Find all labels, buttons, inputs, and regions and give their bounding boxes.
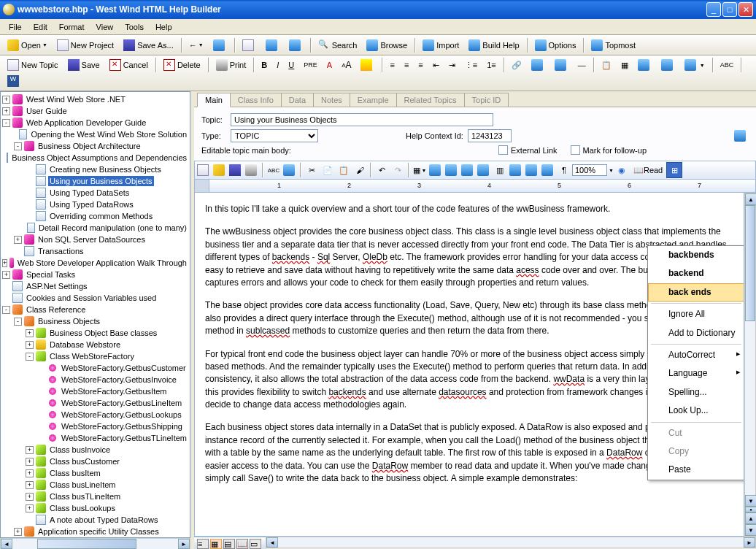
etb-more[interactable]: ⊞: [666, 162, 682, 178]
tree-label[interactable]: Class WebStoreFactory: [48, 351, 136, 361]
tree-label[interactable]: ASP.Net Settings: [25, 281, 89, 291]
tree-node[interactable]: -Business Objects: [2, 315, 188, 327]
tree-node[interactable]: +Database Webstore: [2, 339, 188, 350]
expand-toggle[interactable]: -: [26, 353, 34, 361]
tree-node[interactable]: +Class busItem: [2, 467, 188, 479]
autocorrect-menu[interactable]: AutoCorrect: [648, 346, 744, 364]
tree-node[interactable]: +Special Tasks: [2, 269, 188, 280]
etb-research[interactable]: [282, 162, 298, 178]
tree-node[interactable]: -Class Reference: [2, 304, 188, 315]
tab-main[interactable]: Main: [197, 93, 231, 107]
print-button[interactable]: Print: [212, 57, 251, 73]
tab-topic-id[interactable]: Topic ID: [464, 93, 509, 107]
etb-redo[interactable]: ↷: [390, 162, 406, 178]
cut[interactable]: Cut: [648, 424, 744, 442]
tree-label[interactable]: Non SQL Server DataSources: [36, 234, 147, 245]
browse-button[interactable]: Browse: [362, 37, 412, 53]
tree-label[interactable]: Cookies and Session Variables used: [25, 293, 158, 303]
tree-node[interactable]: +Class busInvoice: [2, 444, 188, 456]
misc3-button[interactable]: ▼: [680, 57, 709, 73]
menu-help[interactable]: Help: [150, 21, 178, 33]
word-button[interactable]: W: [3, 73, 26, 89]
expand-toggle[interactable]: +: [26, 469, 34, 477]
tree-label[interactable]: Using Typed DataSets: [48, 188, 131, 198]
tree-node[interactable]: +Class busCustomer: [2, 456, 188, 467]
tree-node[interactable]: -Web Application Developer Guide: [2, 117, 188, 128]
tree-label[interactable]: WebStoreFactory.GetbusInvoice: [60, 375, 178, 385]
indent-button[interactable]: ⇥: [444, 58, 460, 72]
misc2-button[interactable]: [657, 57, 679, 73]
view-outline[interactable]: 📖: [236, 539, 248, 549]
tree-node[interactable]: +Business Object Base classes: [2, 327, 188, 339]
etb-print[interactable]: [244, 162, 260, 178]
etb-cut[interactable]: ✂: [304, 162, 320, 178]
tree-label[interactable]: Overriding common Methods: [48, 211, 154, 221]
tree-node[interactable]: +User Guide: [2, 105, 188, 117]
expand-toggle[interactable]: +: [26, 458, 34, 466]
save-button[interactable]: Save: [63, 57, 104, 73]
import-button[interactable]: Import: [418, 37, 463, 53]
tree-label[interactable]: WebStoreFactory.GetbusShipping: [60, 421, 184, 431]
copy[interactable]: Copy: [648, 442, 744, 461]
cancel-button[interactable]: Cancel: [105, 57, 153, 73]
expand-toggle[interactable]: +: [26, 504, 34, 512]
tree-label[interactable]: WebStoreFactory.GetbusCustomer: [60, 363, 188, 373]
expand-toggle[interactable]: +: [26, 329, 34, 337]
tree-node[interactable]: +Web Store Developer Application Walk Th…: [2, 257, 188, 269]
font-color-button[interactable]: A: [323, 58, 336, 72]
expand-toggle[interactable]: +: [14, 528, 22, 536]
save-as-button[interactable]: Save As...: [119, 37, 178, 53]
options-button[interactable]: Options: [531, 37, 581, 53]
delete-button[interactable]: Delete: [159, 57, 205, 73]
suggestion-backend[interactable]: backend: [648, 264, 744, 283]
tree-node[interactable]: +Non SQL Server DataSources: [2, 234, 188, 245]
tree-node[interactable]: Using your Business Objects: [2, 175, 188, 187]
tree-label[interactable]: Class Reference: [25, 304, 87, 315]
etb-misc3[interactable]: [460, 162, 476, 178]
expand-icon[interactable]: [734, 130, 746, 142]
list-bullets-button[interactable]: ⋮≡: [460, 58, 482, 72]
tree-label[interactable]: Opening the West Wind Web Store Solution: [29, 129, 188, 139]
tree-node[interactable]: WebStoreFactory.GetbusLookups: [2, 409, 188, 421]
tree-node[interactable]: ASP.Net Settings: [2, 280, 188, 292]
etb-undo[interactable]: ↶: [374, 162, 390, 178]
etb-spell[interactable]: ABC: [266, 162, 282, 178]
menu-file[interactable]: File: [3, 21, 28, 33]
expand-toggle[interactable]: -: [14, 318, 22, 326]
tree-node[interactable]: WebStoreFactory.GetbusItem: [2, 385, 188, 397]
view-print[interactable]: ▤: [223, 539, 235, 549]
link-button[interactable]: 🔗: [507, 58, 526, 72]
tree-label[interactable]: Web Application Developer Guide: [25, 118, 147, 128]
etb-copy[interactable]: 📄: [320, 162, 336, 178]
tree-node[interactable]: Using Typed DataRows: [2, 199, 188, 210]
tree-node[interactable]: WebStoreFactory.GetbusTLineItem: [2, 432, 188, 444]
etb-read[interactable]: 📖Read: [630, 162, 666, 178]
align-center-button[interactable]: ≡: [400, 58, 413, 72]
minimize-button[interactable]: _: [706, 2, 721, 17]
tree-label[interactable]: Business Object Assumptions and Dependen…: [10, 153, 188, 163]
tree-node[interactable]: WebStoreFactory.GetbusInvoice: [2, 374, 188, 385]
tree-label[interactable]: Class busTLineItem: [48, 491, 122, 502]
etb-show[interactable]: ¶: [556, 162, 572, 178]
expand-toggle[interactable]: +: [2, 107, 10, 115]
tree-label[interactable]: Class busItem: [48, 468, 102, 478]
bookmark-button[interactable]: [527, 57, 549, 73]
tree-label[interactable]: Transactions: [36, 246, 85, 256]
tab-related[interactable]: Related Topics: [396, 93, 465, 107]
tree-node[interactable]: Overriding common Methods: [2, 210, 188, 222]
tree-node[interactable]: A note about Typed DataRows: [2, 514, 188, 526]
etb-paste[interactable]: 📋: [336, 162, 352, 178]
paste[interactable]: Paste: [648, 461, 744, 479]
outdent-button[interactable]: ⇤: [428, 58, 444, 72]
add-to-dictionary[interactable]: Add to Dictionary: [648, 324, 744, 342]
list-numbers-button[interactable]: 1≡: [482, 58, 501, 72]
spelling[interactable]: Spelling...: [648, 383, 744, 402]
close-button[interactable]: ✕: [738, 2, 753, 17]
menu-tools[interactable]: Tools: [119, 21, 150, 33]
lookup[interactable]: Look Up...: [648, 402, 744, 420]
zoom-input[interactable]: [572, 164, 607, 176]
expand-toggle[interactable]: -: [14, 142, 22, 150]
expand-toggle[interactable]: +: [2, 259, 7, 267]
menu-format[interactable]: Format: [53, 21, 90, 33]
etb-help[interactable]: ◉: [614, 162, 630, 178]
